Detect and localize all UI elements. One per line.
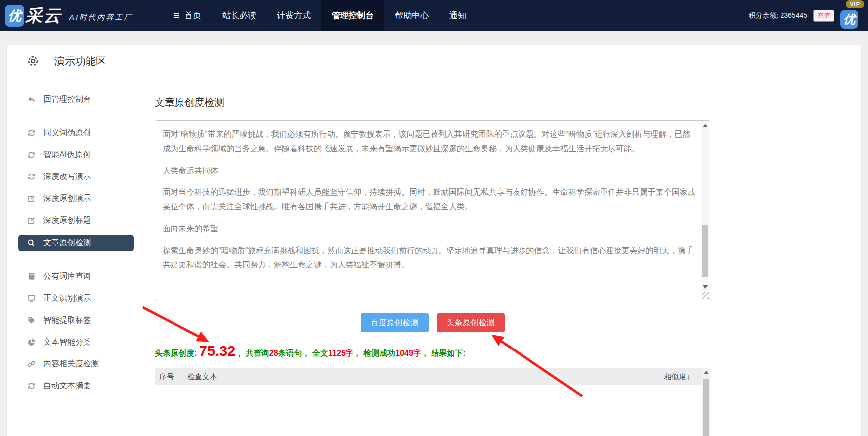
sidebar-item-label: 文本智能分类 bbox=[43, 337, 91, 348]
article-textarea[interactable]: 面对“暗物质”带来的严峻挑战，我们必须有所行动。颜宁教授表示，该问题已被列入其研… bbox=[156, 121, 700, 299]
demo-panel-card: 演示功能区 回管理控制台 同义词伪原创 智能AI伪原创 深度改写演示 bbox=[6, 45, 862, 436]
sentence-count: 28 bbox=[269, 349, 278, 357]
scroll-up-arrow[interactable] bbox=[702, 368, 710, 376]
monitor-icon bbox=[27, 294, 36, 303]
vip-badge: VIP bbox=[846, 0, 864, 8]
sidebar: 回管理控制台 同义词伪原创 智能AI伪原创 深度改写演示 深度原创演示 深 bbox=[7, 77, 134, 436]
sidebar-item-public-lexicon[interactable]: 公有词库查询 bbox=[18, 269, 134, 284]
col-header-similarity-sort[interactable]: 相似度↓ bbox=[637, 372, 702, 382]
nav-item-label: 首页 bbox=[184, 10, 201, 21]
scrollbar-thumb[interactable] bbox=[702, 225, 708, 277]
brand-name: 采云 bbox=[25, 4, 62, 27]
sidebar-item-deep-rewrite-demo[interactable]: 深度改写演示 bbox=[18, 169, 134, 184]
result-text: ， 检测成功 bbox=[353, 349, 395, 357]
sync-icon bbox=[27, 129, 36, 137]
book-icon bbox=[27, 272, 36, 281]
nav-item-label: 帮助中心 bbox=[395, 10, 429, 21]
result-text: 条语句， 全文 bbox=[278, 349, 328, 357]
sidebar-divider bbox=[18, 114, 134, 114]
gear-icon bbox=[27, 55, 39, 67]
baidu-check-button[interactable]: 百度原创检测 bbox=[361, 313, 429, 332]
pie-chart-icon bbox=[27, 338, 36, 347]
total-chars: 1125字 bbox=[328, 349, 353, 357]
result-table: 序号 检查文本 相似度↓ bbox=[155, 368, 710, 436]
article-textarea-box: 面对“暗物质”带来的严峻挑战，我们必须有所行动。颜宁教授表示，该问题已被列入其研… bbox=[155, 120, 710, 300]
panel-header: 演示功能区 bbox=[7, 45, 861, 77]
nav-item-home[interactable]: 首页 bbox=[162, 0, 212, 31]
nav-item-pricing[interactable]: 计费方式 bbox=[266, 0, 321, 31]
result-summary: 头条原创度: 75.32， 共查询28条语句， 全文1125字， 检测成功104… bbox=[155, 343, 861, 359]
user-avatar-wrap: 优 VIP bbox=[840, 0, 860, 31]
sidebar-item-back-to-console[interactable]: 回管理控制台 bbox=[18, 92, 134, 107]
sidebar-item-label: 深度原创标题 bbox=[43, 215, 91, 226]
sidebar-item-originality-check[interactable]: 文章原创检测 bbox=[18, 235, 134, 251]
page-title: 文章原创度检测 bbox=[155, 96, 861, 109]
sidebar-item-label: 回管理控制台 bbox=[43, 94, 91, 105]
sidebar-divider bbox=[18, 258, 134, 258]
nav-item-notifications[interactable]: 通知 bbox=[439, 0, 477, 31]
scroll-up-arrow[interactable] bbox=[701, 121, 709, 129]
table-header-row: 序号 检查文本 相似度↓ bbox=[155, 368, 710, 385]
sidebar-item-body-extraction-demo[interactable]: 正文识别演示 bbox=[18, 291, 134, 306]
edit-icon bbox=[27, 194, 36, 203]
originality-score: 75.32 bbox=[199, 343, 236, 359]
main-content: 文章原创度检测 面对“暗物质”带来的严峻挑战，我们必须有所行动。颜宁教授表示，该… bbox=[134, 77, 861, 436]
nav-item-label: 站长必读 bbox=[222, 10, 256, 21]
sidebar-item-label: 深度改写演示 bbox=[43, 172, 91, 182]
sidebar-item-label: 正文识别演示 bbox=[43, 293, 91, 304]
sidebar-item-label: 内容相关度检测 bbox=[43, 359, 99, 369]
nav-item-label: 管理控制台 bbox=[332, 10, 374, 21]
nav-item-admin-console[interactable]: 管理控制台 bbox=[321, 0, 384, 31]
edit-icon bbox=[27, 216, 36, 225]
resize-grip-icon[interactable] bbox=[702, 292, 709, 299]
sidebar-item-text-classification[interactable]: 文本智能分类 bbox=[18, 335, 134, 350]
nav-item-label: 通知 bbox=[449, 10, 466, 21]
points-balance: 积分余额: 2365445 bbox=[749, 11, 807, 20]
sidebar-item-content-relevance[interactable]: 内容相关度检测 bbox=[18, 356, 134, 372]
sidebar-item-label: 公有词库查询 bbox=[43, 271, 91, 282]
avatar[interactable]: 优 bbox=[840, 10, 858, 29]
sync-icon bbox=[27, 173, 36, 181]
col-header-checked-text: 检查文本 bbox=[187, 372, 637, 382]
sidebar-item-label: 智能AI伪原创 bbox=[43, 150, 90, 160]
col-header-index: 序号 bbox=[155, 372, 187, 382]
sidebar-item-ai-rewrite[interactable]: 智能AI伪原创 bbox=[18, 147, 134, 163]
table-scrollbar[interactable] bbox=[702, 368, 710, 436]
top-navbar: 优 采云 AI时代内容工厂 首页 站长必读 计费方式 管理控制台 帮助中心 通知… bbox=[0, 0, 868, 31]
sidebar-item-auto-summary[interactable]: 自动文本摘要 bbox=[18, 378, 134, 394]
sidebar-item-smart-tags[interactable]: 智能提取标签 bbox=[18, 313, 134, 328]
sidebar-item-deep-original-title[interactable]: 深度原创标题 bbox=[18, 213, 134, 228]
link-icon bbox=[27, 360, 36, 368]
result-text: ， 结果如下: bbox=[421, 349, 466, 357]
sync-icon bbox=[27, 151, 36, 159]
textarea-scrollbar[interactable] bbox=[701, 121, 709, 291]
nav-item-help-center[interactable]: 帮助中心 bbox=[384, 0, 439, 31]
sidebar-item-synonym-rewrite[interactable]: 同义词伪原创 bbox=[18, 125, 134, 141]
search-icon bbox=[27, 239, 36, 247]
brand-tagline: AI时代内容工厂 bbox=[69, 13, 133, 22]
result-label: 头条原创度: bbox=[155, 349, 199, 357]
tag-icon bbox=[27, 316, 36, 325]
toutiao-check-button[interactable]: 头条原创检测 bbox=[437, 313, 505, 332]
recharge-button[interactable]: 充值 bbox=[813, 10, 834, 22]
panel-title: 演示功能区 bbox=[54, 54, 106, 68]
sidebar-item-label: 智能提取标签 bbox=[43, 315, 91, 326]
sidebar-item-deep-original-demo[interactable]: 深度原创演示 bbox=[18, 191, 134, 206]
sidebar-item-label: 同义词伪原创 bbox=[43, 128, 91, 138]
reply-icon bbox=[27, 95, 36, 104]
brand-logo[interactable]: 优 采云 AI时代内容工厂 bbox=[0, 4, 133, 27]
scroll-down-arrow[interactable] bbox=[701, 283, 709, 291]
sidebar-item-label: 深度原创演示 bbox=[43, 193, 91, 204]
list-icon bbox=[172, 12, 180, 19]
sync-icon bbox=[27, 382, 36, 390]
nav-item-label: 计费方式 bbox=[277, 10, 311, 21]
scrollbar-thumb[interactable] bbox=[703, 379, 709, 436]
sidebar-item-label: 文章原创检测 bbox=[43, 238, 91, 248]
main-menu: 首页 站长必读 计费方式 管理控制台 帮助中心 通知 bbox=[162, 0, 477, 31]
checked-chars: 1049字 bbox=[395, 349, 421, 357]
nav-item-webmaster-guide[interactable]: 站长必读 bbox=[212, 0, 266, 31]
action-buttons: 百度原创检测 头条原创检测 bbox=[155, 313, 710, 332]
brand-logo-icon: 优 bbox=[5, 5, 24, 27]
result-text: ， 共查询 bbox=[235, 349, 269, 357]
table-body bbox=[155, 385, 710, 436]
